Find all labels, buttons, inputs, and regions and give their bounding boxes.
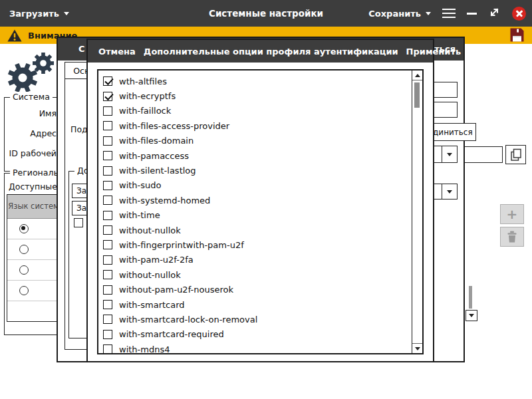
auth-option-row[interactable]: with-smartcard <box>103 297 408 312</box>
option-checkbox[interactable] <box>103 211 112 220</box>
option-checkbox[interactable] <box>103 225 112 235</box>
scrollbar-thumb[interactable] <box>469 286 472 309</box>
add-button[interactable]: + <box>500 204 524 224</box>
option-checkbox[interactable] <box>103 92 112 101</box>
option-checkbox[interactable] <box>103 136 112 146</box>
chevron-down-icon <box>426 12 431 15</box>
scrollbar-down-button[interactable] <box>466 310 477 321</box>
option-checkbox[interactable] <box>103 76 112 86</box>
save-menu-button[interactable]: Сохранить <box>368 9 431 19</box>
auth-option-row[interactable]: with-ecryptfs <box>103 88 408 103</box>
topbar: Загрузить Системные настройки Сохранить <box>0 0 532 27</box>
caret-down-icon <box>442 184 457 199</box>
option-label: with-silent-lastlog <box>119 166 196 176</box>
option-label: without-nullok <box>119 225 181 235</box>
minimize-icon <box>467 13 477 15</box>
option-checkbox[interactable] <box>103 300 112 309</box>
option-checkbox[interactable] <box>103 315 112 324</box>
workgroup-id-label: ID рабочей <box>6 148 57 158</box>
name-label: Имя <box>6 108 57 118</box>
auth-option-row[interactable]: wth-altfiles <box>103 74 408 88</box>
trash-icon <box>507 231 517 243</box>
floppy-icon <box>509 27 525 43</box>
auth-option-row[interactable]: with-files-domain <box>103 134 408 148</box>
expand-button[interactable] <box>488 6 501 21</box>
cancel-button[interactable]: Отмена <box>98 47 136 57</box>
minimize-button[interactable] <box>467 13 477 15</box>
caret-down-icon <box>469 314 474 317</box>
auth-option-row[interactable]: with-time <box>103 208 408 223</box>
system-legend: Система <box>10 92 53 102</box>
auth-option-row[interactable]: with-faillock <box>103 104 408 118</box>
app-window: Загрузить Системные настройки Сохранить … <box>0 0 532 399</box>
option-checkbox[interactable] <box>103 121 112 130</box>
auth-option-row[interactable]: with-smartcard-lock-on-removal <box>103 312 408 327</box>
option-checkbox[interactable] <box>103 106 112 116</box>
settings-gears-icon <box>5 51 59 97</box>
language-radio[interactable] <box>19 286 29 295</box>
option-checkbox[interactable] <box>103 196 112 205</box>
auth-option-row[interactable]: with-fingerprintwith-pam-u2f <box>103 237 408 252</box>
option-checkbox[interactable] <box>103 270 112 279</box>
scrollbar-up-button[interactable] <box>412 70 422 80</box>
close-button[interactable] <box>512 7 526 21</box>
topbar-actions: Сохранить <box>368 0 526 27</box>
caret-up-icon <box>415 74 420 77</box>
auth-option-row[interactable]: without-pam-u2f-nouserok <box>103 282 408 297</box>
language-radio[interactable] <box>19 265 29 275</box>
option-label: with-ecryptfs <box>119 91 176 101</box>
option-checkbox[interactable] <box>103 330 112 339</box>
option-checkbox[interactable] <box>103 240 112 249</box>
auth-option-row[interactable]: without-nullok <box>103 223 408 237</box>
auth-option-row[interactable]: with-files-access-provider <box>103 118 408 133</box>
apply-button[interactable]: Применить <box>406 47 462 57</box>
language-radio[interactable] <box>19 245 29 254</box>
option-label: with-sudo <box>119 180 162 190</box>
save-menu-label: Сохранить <box>368 9 421 19</box>
auth-options-listbox: wth-altfiles with-ecryptfs with-faillock… <box>97 69 424 354</box>
option-label: with-files-domain <box>119 136 194 146</box>
scrollbar-thumb[interactable] <box>414 82 420 108</box>
delete-button[interactable] <box>500 227 524 247</box>
copy-icon <box>510 148 522 162</box>
option-checkbox[interactable] <box>103 285 112 295</box>
option-checkbox[interactable] <box>103 166 112 176</box>
auth-options-list: wth-altfiles with-ecryptfs with-faillock… <box>103 74 408 354</box>
copy-button[interactable] <box>505 145 526 164</box>
option-label: with-systemd-homed <box>119 196 210 205</box>
option-label: wth-altfiles <box>119 76 167 86</box>
language-radio[interactable] <box>19 224 29 233</box>
caret-down-icon <box>442 146 457 162</box>
auth-option-row[interactable]: without-nullok <box>103 267 408 282</box>
option-checkbox[interactable] <box>103 151 112 160</box>
auth-option-row[interactable]: with-pam-u2f-2fa <box>103 253 408 267</box>
expand-icon <box>488 6 501 19</box>
text-input[interactable] <box>462 146 503 163</box>
menu-button[interactable] <box>442 9 456 18</box>
warning-icon <box>7 29 23 43</box>
option-label: with-time <box>119 210 160 220</box>
auth-option-row[interactable]: with-silent-lastlog <box>103 163 408 178</box>
auth-options-header: Отмена Дополнительные опции профиля ауте… <box>88 40 433 63</box>
scrollbar-down-button[interactable] <box>412 343 422 353</box>
save-file-button[interactable] <box>509 27 525 46</box>
address-label: Адрес <box>6 128 57 138</box>
auth-option-row[interactable]: with-mdns4 <box>103 342 408 354</box>
auth-options-dialog: Отмена Дополнительные опции профиля ауте… <box>86 39 434 362</box>
plus-icon: + <box>507 206 518 222</box>
option-label: with-fingerprintwith-pam-u2f <box>119 240 244 250</box>
option-label: with-mdns4 <box>119 344 170 354</box>
option-checkbox[interactable] <box>74 218 83 227</box>
option-label: with-smartcard-required <box>119 329 224 339</box>
auth-option-row[interactable]: with-systemd-homed <box>103 193 408 207</box>
auth-option-row[interactable]: with-pamaccess <box>103 148 408 163</box>
caret-down-icon <box>415 347 420 350</box>
option-label: with-smartcard-lock-on-removal <box>119 315 257 325</box>
option-label: with-pam-u2f-2fa <box>119 255 194 265</box>
option-checkbox[interactable] <box>103 255 112 265</box>
option-label: with-faillock <box>119 106 171 116</box>
auth-option-row[interactable]: with-smartcard-required <box>103 327 408 342</box>
auth-option-row[interactable]: with-sudo <box>103 178 408 193</box>
option-checkbox[interactable] <box>103 344 112 354</box>
option-checkbox[interactable] <box>103 181 112 190</box>
